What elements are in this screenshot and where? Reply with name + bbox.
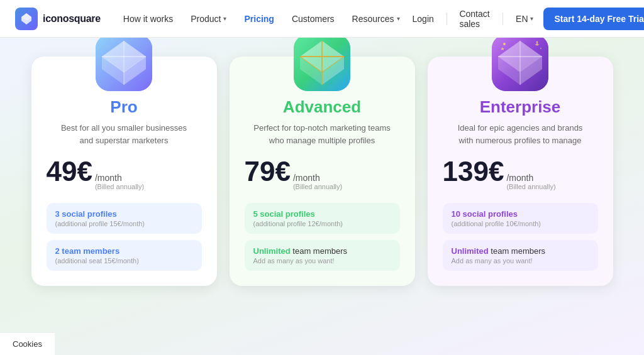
- nav-product[interactable]: Product ▾: [183, 10, 234, 28]
- advanced-plan-card: Advanced Perfect for top-notch marketing…: [230, 57, 415, 286]
- advanced-billed: (Billed annually): [293, 183, 342, 190]
- advanced-plan-name: Advanced: [283, 97, 361, 117]
- enterprise-price-row: 139€ /month (Billed annually): [443, 158, 556, 190]
- pro-profiles-title: 3 social profiles: [55, 209, 193, 219]
- advanced-icon: [294, 35, 350, 91]
- advanced-feature-profiles: 5 social profiles (additional profile 12…: [245, 203, 400, 234]
- nav-right: Login Contact sales EN ▾ Start 14-day Fr…: [408, 5, 644, 33]
- pro-price-row: 49€ /month (Billed annually): [47, 158, 145, 190]
- pro-plan-name: Pro: [110, 97, 137, 117]
- language-selector[interactable]: EN ▾: [511, 10, 538, 28]
- svg-point-22: [503, 43, 506, 45]
- enterprise-profiles-title: 10 social profiles: [452, 209, 589, 219]
- enterprise-feature-profiles: 10 social profiles (additional profile 1…: [443, 203, 598, 234]
- nav-resources[interactable]: Resources ▾: [345, 10, 408, 28]
- cookies-label: Cookies: [13, 339, 42, 349]
- advanced-profiles-sub: (additional profile 12€/month): [253, 220, 391, 227]
- svg-point-24: [540, 48, 541, 49]
- chevron-down-icon: ▾: [223, 15, 226, 22]
- pro-plan-card: Pro Best for all you smaller businesses …: [31, 57, 217, 286]
- advanced-members-sub: Add as many as you want!: [253, 257, 391, 265]
- pro-price-details: /month (Billed annually): [95, 173, 144, 190]
- advanced-price-row: 79€ /month (Billed annually): [245, 158, 343, 190]
- logo-icon: [15, 8, 38, 30]
- advanced-members-title: Unlimited team members: [253, 246, 391, 256]
- pro-members-sub: (additional seat 15€/month): [55, 257, 193, 265]
- pro-feature-members: 2 team members (additional seat 15€/mont…: [47, 240, 202, 271]
- advanced-feature-members: Unlimited team members Add as many as yo…: [245, 240, 400, 271]
- enterprise-features: 10 social profiles (additional profile 1…: [443, 203, 598, 271]
- enterprise-members-sub: Add as many as you want!: [452, 257, 589, 265]
- pro-feature-profiles: 3 social profiles (additional profile 15…: [47, 203, 202, 234]
- pro-members-title: 2 team members: [55, 246, 193, 256]
- pro-icon: [96, 35, 152, 91]
- pro-price: 49€: [47, 158, 92, 185]
- pricing-section: Pro Best for all you smaller businesses …: [0, 38, 644, 355]
- navbar: iconosquare How it works Product ▾ Prici…: [0, 0, 644, 38]
- nav-how-it-works[interactable]: How it works: [116, 10, 180, 28]
- enterprise-members-title: Unlimited team members: [452, 246, 589, 256]
- enterprise-plan-desc: Ideal for epic agencies and brands with …: [451, 122, 589, 146]
- cookies-bar[interactable]: Cookies: [0, 332, 55, 355]
- enterprise-icon-wrap: [492, 35, 548, 91]
- advanced-price: 79€: [245, 158, 291, 185]
- nav-pricing[interactable]: Pricing: [236, 10, 281, 28]
- advanced-icon-wrap: [294, 35, 350, 91]
- advanced-profiles-title: 5 social profiles: [253, 209, 391, 219]
- advanced-price-details: /month (Billed annually): [293, 173, 342, 190]
- enterprise-billed: (Billed annually): [506, 183, 555, 190]
- enterprise-per-month: /month: [506, 173, 555, 183]
- pro-features: 3 social profiles (additional profile 15…: [47, 203, 202, 271]
- logo-text: iconosquare: [43, 13, 101, 25]
- enterprise-plan-name: Enterprise: [480, 97, 561, 117]
- login-link[interactable]: Login: [408, 10, 439, 28]
- contact-sales-link[interactable]: Contact sales: [454, 5, 495, 33]
- pro-icon-wrap: [96, 35, 152, 91]
- logo[interactable]: iconosquare: [15, 8, 101, 30]
- enterprise-price-details: /month (Billed annually): [506, 173, 555, 190]
- enterprise-feature-members: Unlimited team members Add as many as yo…: [443, 240, 598, 271]
- enterprise-profiles-sub: (additional profile 10€/month): [452, 220, 589, 227]
- nav-customers[interactable]: Customers: [284, 10, 342, 28]
- pro-billed: (Billed annually): [95, 183, 144, 190]
- chevron-down-icon: ▾: [530, 15, 533, 22]
- pro-per-month: /month: [95, 173, 144, 183]
- advanced-per-month: /month: [293, 173, 342, 183]
- enterprise-price: 139€: [443, 158, 504, 185]
- nav-divider-2: [502, 13, 503, 25]
- nav-links: How it works Product ▾ Pricing Customers…: [116, 10, 408, 28]
- enterprise-icon: [492, 35, 548, 91]
- advanced-features: 5 social profiles (additional profile 12…: [245, 203, 400, 271]
- pro-plan-desc: Best for all you smaller businesses and …: [55, 122, 193, 146]
- pro-profiles-sub: (additional profile 15€/month): [55, 220, 193, 227]
- enterprise-plan-card: Enterprise Ideal for epic agencies and b…: [428, 57, 613, 286]
- advanced-plan-desc: Perfect for top-notch marketing teams wh…: [253, 122, 391, 146]
- start-trial-button[interactable]: Start 14-day Free Trial: [543, 8, 645, 30]
- chevron-down-icon: ▾: [397, 15, 400, 22]
- nav-divider: [447, 13, 447, 25]
